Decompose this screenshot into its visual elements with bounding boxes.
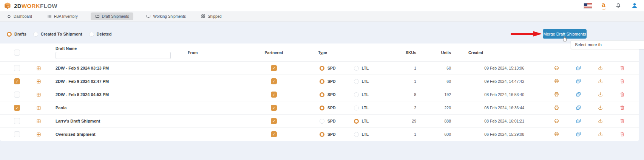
nav-label: Working Shipments <box>153 14 186 19</box>
type-option-ltl[interactable]: LTL <box>354 66 369 71</box>
type-option-spd[interactable]: SPD <box>320 92 336 97</box>
print-icon[interactable] <box>554 131 560 137</box>
row-select-checkbox[interactable]: ✓ <box>14 65 20 71</box>
nav-item-working-shipments[interactable]: Working Shipments <box>144 12 188 20</box>
print-icon[interactable] <box>554 92 560 98</box>
type-option-spd[interactable]: SPD <box>320 132 336 137</box>
nav-label: Shipped <box>208 14 222 19</box>
expand-grid-icon[interactable] <box>36 79 41 84</box>
filter-drafts[interactable]: Drafts <box>7 32 26 37</box>
print-icon[interactable] <box>554 105 560 111</box>
download-icon[interactable] <box>598 78 604 84</box>
delete-icon[interactable] <box>619 92 625 98</box>
ltl-radio-icon[interactable] <box>354 132 359 137</box>
download-icon[interactable] <box>598 118 604 124</box>
delete-icon[interactable] <box>619 65 625 71</box>
copy-icon[interactable] <box>576 105 582 111</box>
skus-value: 8 <box>381 92 419 97</box>
download-icon[interactable] <box>598 92 604 98</box>
delete-icon[interactable] <box>619 78 625 84</box>
spd-radio-icon[interactable] <box>320 132 324 137</box>
table-row: ✓ 2DW - Feb 9 2024 03:13 PM ✓ SPD LTL 1 … <box>0 61 639 75</box>
row-select-checkbox[interactable]: ✓ <box>14 92 20 98</box>
ltl-radio-icon[interactable] <box>354 106 359 110</box>
print-icon[interactable] <box>554 65 560 71</box>
delete-icon[interactable] <box>619 105 625 111</box>
copy-icon[interactable] <box>576 65 582 71</box>
copy-icon[interactable] <box>576 131 582 137</box>
nav-item-dashboard[interactable]: Dashboard <box>5 12 34 20</box>
nav-item-draft-shipments[interactable]: Draft Shipments <box>91 12 134 20</box>
copy-icon[interactable] <box>576 78 582 84</box>
table-row: ✓ Larry's Draft Shipment ✓ SPD LTL 29 88… <box>0 114 639 127</box>
delete-icon[interactable] <box>619 131 625 137</box>
spd-radio-icon[interactable] <box>320 79 324 84</box>
nav-item-shipped[interactable]: Shipped <box>199 12 224 20</box>
type-option-ltl[interactable]: LTL <box>354 132 369 137</box>
filter-label: Created To Shipment <box>41 32 82 36</box>
select-all-checkbox[interactable]: ✓ <box>14 50 20 56</box>
draft-name-value: 2DW - Feb 9 2024 03:13 PM <box>50 66 172 70</box>
partnered-checkbox[interactable]: ✓ <box>271 65 277 71</box>
partnered-checkbox[interactable]: ✓ <box>271 105 277 111</box>
copy-icon[interactable] <box>576 118 582 124</box>
radio-icon[interactable] <box>89 32 94 37</box>
delete-icon[interactable] <box>619 118 625 124</box>
download-icon[interactable] <box>598 105 604 111</box>
ltl-radio-icon[interactable] <box>354 79 359 84</box>
radio-icon[interactable] <box>7 32 12 37</box>
download-icon[interactable] <box>598 65 604 71</box>
expand-grid-icon[interactable] <box>36 66 41 71</box>
type-option-ltl[interactable]: LTL <box>354 92 369 97</box>
nav-item-fba-inventory[interactable]: FBA Inventory <box>45 12 80 20</box>
row-select-checkbox[interactable]: ✓ <box>14 131 20 137</box>
type-option-ltl[interactable]: LTL <box>354 119 369 124</box>
col-header-skus: SKUs <box>406 50 416 55</box>
type-option-ltl[interactable]: LTL <box>354 106 369 110</box>
filter-deleted[interactable]: Deleted <box>89 32 112 37</box>
created-value: 09 Feb 2024, 15:13:06 <box>453 66 536 70</box>
partnered-checkbox[interactable]: ✓ <box>271 92 277 98</box>
language-flag-icon[interactable] <box>584 3 592 8</box>
expand-grid-icon[interactable] <box>36 119 41 124</box>
type-option-spd[interactable]: SPD <box>320 79 336 84</box>
print-icon[interactable] <box>554 118 560 124</box>
filter-label: Drafts <box>14 32 26 36</box>
type-option-ltl[interactable]: LTL <box>354 79 369 84</box>
partnered-checkbox[interactable]: ✓ <box>271 131 277 137</box>
ltl-radio-icon[interactable] <box>354 92 359 97</box>
partnered-checkbox[interactable]: ✓ <box>271 78 277 84</box>
copy-icon[interactable] <box>576 92 582 98</box>
spd-label: SPD <box>327 79 336 84</box>
spd-radio-icon[interactable] <box>320 92 324 97</box>
grid-icon <box>201 14 205 19</box>
amazon-icon[interactable]: a <box>602 2 605 9</box>
user-account-icon[interactable] <box>631 2 638 9</box>
row-select-checkbox[interactable]: ✓ <box>14 105 20 111</box>
draft-name-value: Paola <box>50 106 172 110</box>
row-select-checkbox[interactable]: ✓ <box>14 118 20 124</box>
units-value: 220 <box>419 106 453 110</box>
spd-radio-icon[interactable] <box>320 66 324 71</box>
partnered-checkbox[interactable]: ✓ <box>271 118 277 124</box>
print-icon[interactable] <box>554 78 560 84</box>
expand-grid-icon[interactable] <box>36 106 41 110</box>
expand-grid-icon[interactable] <box>36 92 41 97</box>
list-icon <box>47 14 52 19</box>
download-icon[interactable] <box>598 131 604 137</box>
type-option-spd[interactable]: SPD <box>320 119 336 124</box>
table-row: ✓ 2DW - Feb 8 2024 04:53 PM ✓ SPD LTL 8 … <box>0 88 639 101</box>
type-option-spd[interactable]: SPD <box>320 106 336 110</box>
ltl-radio-icon[interactable] <box>354 66 359 71</box>
radio-icon[interactable] <box>33 32 38 37</box>
bell-icon[interactable] <box>615 3 621 9</box>
expand-grid-icon[interactable] <box>36 132 41 137</box>
spd-radio-icon[interactable] <box>320 119 324 124</box>
filter-created-to-shipment[interactable]: Created To Shipment <box>33 32 82 37</box>
type-option-spd[interactable]: SPD <box>320 66 336 71</box>
draft-name-filter-input[interactable] <box>56 52 171 59</box>
ltl-radio-icon[interactable] <box>354 119 359 124</box>
draft-name-value: Oversized Shipment <box>50 132 172 137</box>
row-select-checkbox[interactable]: ✓ <box>14 78 20 84</box>
spd-radio-icon[interactable] <box>320 106 324 110</box>
